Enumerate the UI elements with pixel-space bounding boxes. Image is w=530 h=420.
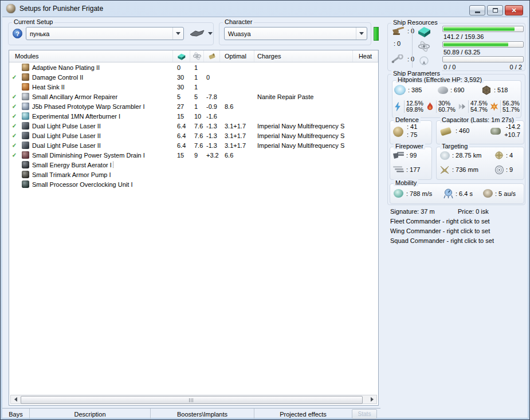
tab-boosters-implants[interactable]: Boosters\Implants [151, 409, 254, 419]
module-powergrid: 9 [190, 152, 204, 159]
character-combobox[interactable]: Wuasya [224, 27, 367, 40]
cpu-icon [417, 25, 431, 38]
module-powergrid: 10 [190, 113, 204, 120]
ship-resources-group: Ship Resources : 0: 0: 0 141.2 / 159.36 … [387, 23, 525, 71]
help-button[interactable]: ? [13, 29, 22, 38]
header-modules[interactable]: Modules [9, 50, 173, 62]
targeting-range-icon [440, 151, 450, 160]
calibration-bar [442, 56, 524, 62]
module-row[interactable]: ✓Dual Light Pulse Laser II6.47.6-1.33.1+… [9, 121, 378, 131]
module-capacitor: -1.6 [204, 113, 220, 120]
module-row[interactable]: Small Processor Overclocking Unit I [9, 179, 378, 189]
resist-group: 56.3%51.7% [490, 100, 522, 113]
scrollbar-thumb[interactable] [21, 396, 363, 404]
current-setup-label: Current Setup [12, 18, 54, 25]
ship-icon [190, 29, 205, 37]
capacitor-icon [440, 127, 452, 136]
module-row[interactable]: ✓Experimental 1MN Afterburner I1510-1.6 [9, 111, 378, 121]
module-row[interactable]: Adaptive Nano Plating II01 [9, 62, 378, 72]
module-row[interactable]: ✓Damage Control II3010 [9, 72, 378, 82]
module-capacitor: -1.3 [204, 132, 220, 139]
mobility-label: Mobility [394, 179, 418, 186]
cap-booster-icon [490, 128, 501, 135]
close-button[interactable]: ✕ [505, 5, 523, 15]
kinetic-resist-icon [458, 102, 466, 111]
module-row[interactable]: Small Trimark Armor Pump I [9, 170, 378, 179]
cpu-column-icon[interactable] [173, 50, 190, 62]
module-cpu: 15 [173, 152, 190, 159]
close-icon: ✕ [511, 7, 516, 14]
powergrid-icon [418, 40, 430, 53]
horizontal-scrollbar[interactable] [10, 395, 377, 404]
header-heat[interactable]: Heat [353, 50, 378, 62]
warp-speed: : 5 au/s [495, 190, 516, 197]
firepower-group: Firepower : 99 : 177 [390, 147, 432, 180]
module-icon [19, 103, 31, 110]
commander-line[interactable]: Squad Commander - right click to set [390, 237, 494, 244]
thermal-resist-icon [426, 102, 434, 111]
module-cpu: 30 [173, 84, 190, 91]
modules-rows: Adaptive Nano Plating II01✓Damage Contro… [9, 62, 378, 189]
module-row[interactable]: ✓Small Ancillary Armor Repairer55-7.8Nan… [9, 92, 378, 101]
fitted-check-icon: ✓ [9, 103, 19, 109]
module-optimal: 3.1+1.7 [220, 142, 254, 149]
hardpoint-count: : 0 [407, 56, 414, 62]
tab-projected-effects[interactable]: Projected effects [254, 409, 352, 419]
header-charges[interactable]: Charges [254, 50, 353, 62]
module-icon [19, 180, 31, 188]
commander-line[interactable]: Fleet Commander - right click to set [390, 218, 490, 225]
align-time: : 6.4 s [456, 190, 473, 197]
ship-menu-button[interactable] [190, 29, 213, 37]
capacitor-column-icon[interactable] [204, 50, 220, 62]
module-name: Small Diminishing Power System Drain I [31, 152, 173, 159]
warp-speed-icon [483, 189, 493, 198]
fitted-check-icon: ✓ [9, 123, 19, 129]
maximize-button[interactable] [487, 5, 503, 15]
powergrid-column-icon[interactable] [190, 50, 204, 62]
module-capacitor: +3.2 [204, 152, 220, 159]
scan-resolution: : 736 mm [452, 166, 478, 173]
max-targets-icon [494, 150, 504, 160]
module-row[interactable]: ✓J5b Phased Prototype Warp Scrambler I27… [9, 101, 378, 111]
module-capacitor: -7.8 [204, 93, 220, 100]
tab-bays[interactable]: Bays [2, 409, 30, 419]
setup-combobox[interactable]: пунька [26, 27, 184, 40]
tab-description[interactable]: Description [30, 409, 151, 419]
right-panel: Ship Resources : 0: 0: 0 141.2 / 159.36 … [386, 17, 527, 419]
defence-icon [393, 127, 403, 137]
scroll-left-arrow-icon[interactable] [11, 395, 20, 403]
price-text: Price: 0 isk [458, 208, 489, 215]
stats-button[interactable]: Stats [352, 409, 377, 419]
module-row[interactable]: Small Energy Burst Aerator I [9, 160, 378, 170]
resist-bottom: 60.7% [438, 107, 456, 113]
titlebar[interactable]: Setups for Punisher Frigate ✕ [1, 1, 529, 17]
cap-delta-positive: +10.7 [504, 131, 520, 138]
fitted-check-icon: ✓ [9, 152, 19, 158]
module-icon [19, 112, 31, 120]
module-row[interactable]: ✓Dual Light Pulse Laser II6.47.6-1.33.1+… [9, 131, 378, 140]
module-powergrid: 1 [190, 84, 204, 91]
module-icon [19, 73, 31, 81]
module-cpu: 6.4 [173, 132, 190, 139]
chevron-down-icon [172, 28, 183, 40]
hardpoint-count: : 0 [407, 28, 414, 34]
module-capacitor: -1.3 [204, 123, 220, 129]
header-optimal[interactable]: Optimal [220, 50, 254, 62]
scroll-right-arrow-icon[interactable] [367, 395, 376, 403]
module-row[interactable]: Heat Sink II301 [9, 82, 378, 92]
scrollbar-grip-icon [189, 398, 194, 402]
module-row[interactable]: ✓Dual Light Pulse Laser II6.47.6-1.33.1+… [9, 140, 378, 150]
window: Setups for Punisher Frigate ✕ Current Se… [0, 0, 530, 420]
capacitor-label: Capacitor (Lasts: 1m 27s) [440, 116, 516, 123]
module-optimal: 3.1+1.7 [220, 123, 254, 129]
module-powergrid: 5 [190, 93, 204, 100]
fitted-check-icon: ✓ [9, 74, 19, 80]
calibration-usage-text: 0 / 0 [443, 64, 456, 70]
locked-targets-icon [494, 165, 504, 175]
minimize-button[interactable] [469, 5, 485, 15]
commander-line[interactable]: Wing Commander - right click to set [390, 227, 490, 234]
armor-hp: : 690 [450, 87, 464, 93]
module-charges: Nanite Repair Paste [254, 93, 353, 100]
character-skills-status-bar [374, 27, 379, 41]
module-row[interactable]: ✓Small Diminishing Power System Drain I1… [9, 150, 378, 160]
